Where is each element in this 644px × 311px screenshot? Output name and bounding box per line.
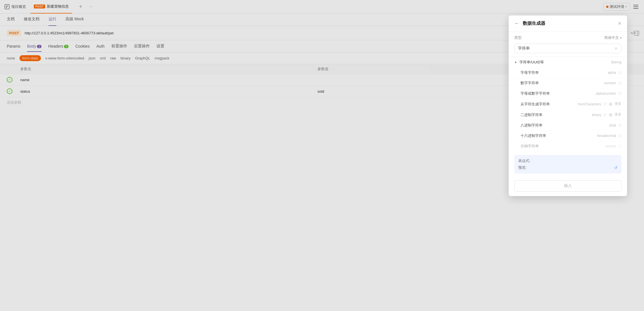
data-generator-modal: ← 数据生成器 ✕ 类型 简体中文 ▾ ✕ ▼ 字符串/UUID等 $ [509, 15, 627, 196]
minus-icon[interactable]: ⊖ [609, 112, 612, 117]
list-item[interactable]: 数字字符串 numeric ⓘ [509, 78, 627, 88]
info-icon[interactable]: ⓘ [618, 134, 621, 138]
preview-row: 预览: ↺ [518, 165, 617, 170]
info-icon[interactable]: ⓘ [603, 102, 606, 106]
list-item[interactable]: 八进制字符串 octal ⓘ [509, 120, 627, 131]
type-row: 类型 简体中文 ▾ [509, 32, 627, 44]
lang-selector[interactable]: 简体中文 ▾ [604, 35, 621, 40]
info-icon[interactable]: ⓘ [618, 92, 621, 96]
group-arrow-icon: ▼ [514, 61, 517, 64]
group-name: 字符串/UUID等 [519, 60, 544, 65]
item-actions: ⊖ 更多 [609, 112, 621, 117]
more-icon[interactable]: 更多 [615, 112, 621, 117]
insert-row: 插入 [509, 177, 627, 196]
info-icon[interactable]: ⓘ [618, 81, 621, 85]
modal-header: ← 数据生成器 ✕ [509, 15, 627, 32]
expression-row: 表达式: [518, 158, 617, 163]
info-icon[interactable]: ⓘ [618, 123, 621, 128]
insert-button[interactable]: 插入 [514, 180, 621, 192]
clear-search-icon[interactable]: ✕ [614, 46, 618, 51]
refresh-preview-icon[interactable]: ↺ [614, 165, 617, 170]
info-icon[interactable]: ⓘ [618, 144, 621, 148]
more-icon[interactable]: 更多 [615, 101, 621, 107]
type-label: 类型 [514, 35, 522, 40]
list-item[interactable]: 十六进制字符串 hexadecimal ⓘ [509, 131, 627, 141]
list-item[interactable]: 二进制字符串 binary ⓘ ⊖ 更多 [509, 110, 627, 120]
item-actions: ⊖ 更多 [609, 101, 621, 107]
search-input[interactable] [518, 46, 612, 51]
minus-icon[interactable]: ⊖ [609, 101, 612, 107]
list-item[interactable]: 字母或数字字符串 alphanumeric ⓘ [509, 88, 627, 99]
list-item[interactable]: 示例字符串 sample ⓘ [509, 141, 627, 152]
lang-chevron-icon: ▾ [620, 36, 621, 39]
info-icon[interactable]: ⓘ [603, 113, 606, 117]
expression-area: 表达式: 预览: ↺ [514, 155, 621, 174]
modal-title: 数据生成器 [523, 21, 618, 26]
list-item[interactable]: 字母字符串 alpha ⓘ [509, 68, 627, 78]
group-type: $string [611, 60, 621, 64]
modal-overlay: ← 数据生成器 ✕ 类型 简体中文 ▾ ✕ ▼ 字符串/UUID等 $ [0, 0, 644, 311]
dropdown-group-header[interactable]: ▼ 字符串/UUID等 $string [509, 57, 627, 68]
info-icon[interactable]: ⓘ [618, 71, 621, 75]
dropdown-list: ▼ 字符串/UUID等 $string 字母字符串 alpha ⓘ 数字字符串 … [509, 57, 627, 152]
search-input-wrap: ✕ [514, 44, 621, 53]
modal-close-btn[interactable]: ✕ [618, 21, 621, 26]
expr-label: 表达式: [518, 158, 530, 163]
lang-label: 简体中文 [604, 35, 619, 40]
modal-back-btn[interactable]: ← [514, 21, 519, 26]
list-item[interactable]: 从字符生成字符串 fromCharacters ⓘ ⊖ 更多 [509, 99, 627, 110]
search-row: ✕ [509, 44, 627, 57]
preview-label: 预览: [518, 165, 527, 170]
